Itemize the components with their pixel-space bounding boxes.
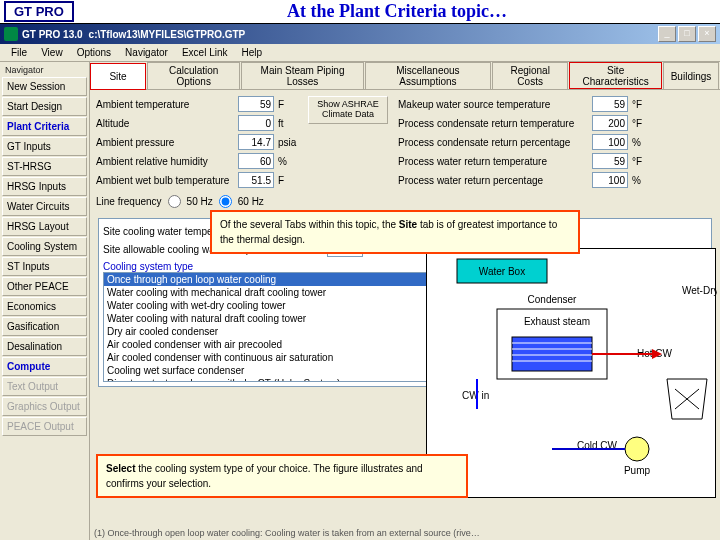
ambient-temp-input[interactable]: [238, 96, 274, 112]
nav-compute[interactable]: Compute: [2, 357, 87, 376]
freq-50-radio[interactable]: [168, 195, 181, 208]
nav-cooling-system[interactable]: Cooling System: [2, 237, 87, 256]
svg-text:Water Box: Water Box: [479, 266, 525, 277]
maximize-button[interactable]: □: [678, 26, 696, 42]
nav-peace-output[interactable]: PEACE Output: [2, 417, 87, 436]
proc-water-pct-input[interactable]: [592, 172, 628, 188]
tab-calc-options[interactable]: Calculation Options: [147, 62, 240, 89]
row-condensate-temp: Process condensate return temperature°F: [398, 115, 652, 131]
callout-site-tab: Of the several Tabs within this topic, t…: [210, 210, 580, 254]
row-ambient-temp: Ambient temperatureF: [96, 96, 298, 112]
row-ambient-rh: Ambient relative humidity%: [96, 153, 298, 169]
menu-options[interactable]: Options: [70, 47, 118, 58]
row-condensate-pct: Process condensate return percentage%: [398, 134, 652, 150]
nav-desalination[interactable]: Desalination: [2, 337, 87, 356]
minimize-button[interactable]: _: [658, 26, 676, 42]
svg-text:Exhaust steam: Exhaust steam: [524, 316, 590, 327]
tab-main-steam[interactable]: Main Steam Piping Losses: [241, 62, 363, 89]
cooling-diagram: Water Box Condenser Exhaust steam Hot CW…: [426, 248, 716, 498]
svg-point-16: [625, 437, 649, 461]
nav-water-circuits[interactable]: Water Circuits: [2, 197, 87, 216]
app-title: GT PRO 13.0: [22, 29, 83, 40]
nav-plant-criteria[interactable]: Plant Criteria: [2, 117, 87, 136]
ambient-pressure-input[interactable]: [238, 134, 274, 150]
svg-rect-5: [512, 337, 592, 371]
nav-st-hrsg[interactable]: ST-HRSG: [2, 157, 87, 176]
banner-title: At the Plant Criteria topic…: [74, 1, 720, 22]
nav-gasification[interactable]: Gasification: [2, 317, 87, 336]
sidebar-header: Navigator: [2, 64, 87, 76]
nav-graphics-output[interactable]: Graphics Output: [2, 397, 87, 416]
presentation-banner: GT PRO At the Plant Criteria topic…: [0, 0, 720, 24]
menu-excel-link[interactable]: Excel Link: [175, 47, 235, 58]
line-frequency-row: Line frequency 50 Hz 60 Hz: [96, 195, 298, 208]
tab-strip: Site Calculation Options Main Steam Pipi…: [90, 62, 720, 90]
condensate-temp-input[interactable]: [592, 115, 628, 131]
nav-new-session[interactable]: New Session: [2, 77, 87, 96]
svg-text:CW in: CW in: [462, 390, 489, 401]
logo-text: GT PRO: [4, 1, 74, 22]
navigator-sidebar: Navigator New Session Start Design Plant…: [0, 62, 90, 540]
nav-economics[interactable]: Economics: [2, 297, 87, 316]
diagram-svg: Water Box Condenser Exhaust steam Hot CW…: [427, 249, 717, 499]
ambient-rh-input[interactable]: [238, 153, 274, 169]
app-icon: [4, 27, 18, 41]
row-ambient-pressure: Ambient pressurepsia: [96, 134, 298, 150]
menu-bar: File View Options Navigator Excel Link H…: [0, 44, 720, 62]
nav-start-design[interactable]: Start Design: [2, 97, 87, 116]
tab-site[interactable]: Site: [90, 63, 146, 90]
nav-gt-inputs[interactable]: GT Inputs: [2, 137, 87, 156]
makeup-water-input[interactable]: [592, 96, 628, 112]
nav-hrsg-inputs[interactable]: HRSG Inputs: [2, 177, 87, 196]
nav-other-peace[interactable]: Other PEACE: [2, 277, 87, 296]
tab-site-characteristics[interactable]: Site Characteristics: [569, 62, 662, 89]
ashrae-button[interactable]: Show ASHRAE Climate Data: [308, 96, 388, 124]
altitude-input[interactable]: [238, 115, 274, 131]
tab-regional-costs[interactable]: Regional Costs: [492, 62, 568, 89]
row-proc-water-temp: Process water return temperature°F: [398, 153, 652, 169]
row-ambient-wb: Ambient wet bulb temperatureF: [96, 172, 298, 188]
row-makeup-water: Makeup water source temperature°F: [398, 96, 652, 112]
tab-misc-assumptions[interactable]: Miscellaneous Assumptions: [365, 62, 491, 89]
row-altitude: Altitudeft: [96, 115, 298, 131]
nav-st-inputs[interactable]: ST Inputs: [2, 257, 87, 276]
callout-select-cooling: Select the cooling system type of your c…: [96, 454, 468, 498]
svg-text:Condenser: Condenser: [528, 294, 578, 305]
menu-view[interactable]: View: [34, 47, 70, 58]
ambient-wb-input[interactable]: [238, 172, 274, 188]
svg-text:Pump: Pump: [624, 465, 651, 476]
menu-navigator[interactable]: Navigator: [118, 47, 175, 58]
proc-water-temp-input[interactable]: [592, 153, 628, 169]
menu-file[interactable]: File: [4, 47, 34, 58]
row-proc-water-pct: Process water return percentage%: [398, 172, 652, 188]
nav-text-output[interactable]: Text Output: [2, 377, 87, 396]
site-form: Ambient temperatureF Altitudeft Ambient …: [90, 90, 720, 214]
window-titlebar: GT PRO 13.0 c:\Tflow13\MYFILES\GTPRO.GTP…: [0, 24, 720, 44]
svg-text:Wet-Dry CT: Wet-Dry CT: [682, 285, 717, 296]
freq-60-radio[interactable]: [219, 195, 232, 208]
menu-help[interactable]: Help: [234, 47, 269, 58]
close-button[interactable]: ×: [698, 26, 716, 42]
file-path: c:\Tflow13\MYFILES\GTPRO.GTP: [89, 29, 246, 40]
content-area: Site Calculation Options Main Steam Pipi…: [90, 62, 720, 540]
nav-hrsg-layout[interactable]: HRSG Layout: [2, 217, 87, 236]
tab-buildings[interactable]: Buildings: [663, 62, 719, 89]
cooling-footnote: (1) Once-through open loop water cooling…: [94, 528, 480, 538]
condensate-pct-input[interactable]: [592, 134, 628, 150]
